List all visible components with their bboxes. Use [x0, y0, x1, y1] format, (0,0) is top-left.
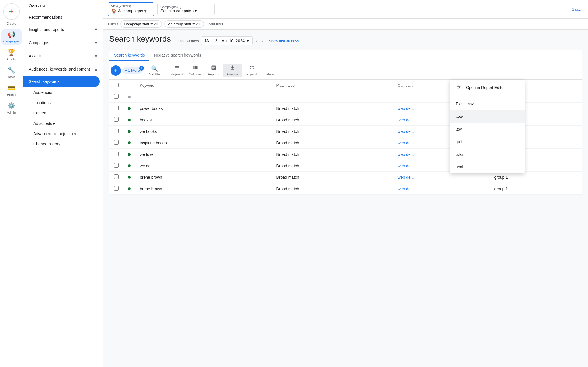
sidebar-label-change-history: Change history	[33, 142, 60, 146]
download-menu-xml[interactable]: .xml	[450, 161, 525, 173]
next-date-button[interactable]: ›	[260, 37, 264, 45]
tab-search-keywords[interactable]: Search keywords	[109, 50, 149, 61]
sidebar-item-recommendations[interactable]: Recommendations	[23, 11, 103, 23]
row-checkbox	[109, 149, 123, 160]
row-status	[123, 103, 135, 114]
view-filter-dropdown[interactable]: View (2 filters) 🏠 All campaigns ▾	[108, 2, 154, 16]
row-select-checkbox[interactable]	[114, 152, 119, 156]
sidebar-item-ad-schedule[interactable]: Ad schedule	[23, 118, 103, 129]
download-menu-excel-csv[interactable]: Excel .csv	[450, 98, 525, 110]
ad-group-status-label: Ad group status: All	[168, 22, 200, 26]
toolbar-more[interactable]: ⋮ More	[262, 64, 279, 77]
billing-icon: 💳	[7, 84, 15, 92]
campaign-link[interactable]: web de...	[398, 187, 414, 191]
status-dot	[128, 107, 131, 110]
date-picker[interactable]: Mar 12 – Apr 10, 2024 ▾	[201, 36, 253, 45]
row-select-checkbox[interactable]	[114, 163, 119, 168]
keyword-header: Keyword	[135, 80, 272, 91]
prev-date-button[interactable]: ‹	[255, 37, 259, 45]
segment-label: Segment	[171, 73, 183, 76]
download-menu-tsv[interactable]: .tsv	[450, 123, 525, 135]
campaign-link[interactable]: web de...	[398, 141, 414, 145]
campaign-status-chip[interactable]: Campaign status: All	[120, 20, 162, 28]
download-menu-xlsx[interactable]: .xlsx	[450, 148, 525, 161]
sidebar-item-locations[interactable]: Locations	[23, 98, 103, 108]
campaign-filter-dropdown[interactable]: Campaigns (1) Select a campaign ▾	[157, 3, 215, 15]
sidebar-label-recommendations: Recommendations	[29, 15, 62, 20]
sidebar-label-campaigns: Campaigns	[29, 40, 49, 45]
chevron-up-icon: ▴	[95, 66, 97, 72]
campaign-link[interactable]: web de...	[398, 106, 414, 111]
nav-item-admin[interactable]: ⚙️ Admin	[1, 100, 22, 116]
campaign-link[interactable]: web de...	[398, 164, 414, 168]
reports-icon	[211, 65, 216, 72]
toolbar-segment[interactable]: Segment	[168, 64, 185, 77]
add-button[interactable]: +	[111, 65, 121, 76]
download-menu-csv[interactable]: .csv	[450, 110, 525, 123]
row-keyword: brene brown	[135, 172, 272, 183]
sidebar-item-content[interactable]: Content	[23, 108, 103, 118]
top-bar: View (2 filters) 🏠 All campaigns ▾ Campa…	[103, 0, 588, 19]
row-select-checkbox[interactable]	[114, 117, 119, 122]
sidebar-item-assets[interactable]: Assets ▾	[23, 49, 103, 63]
show-last-button[interactable]: Show last 30 days	[269, 39, 299, 43]
create-button[interactable]: + Create	[3, 3, 20, 25]
table-row: brene brown Broad match web de... group …	[109, 183, 582, 195]
csv-label: .csv	[456, 114, 463, 119]
filter-bar: Filters Campaign status: All Ad group st…	[103, 19, 588, 30]
row-match-type	[272, 91, 393, 103]
row-select-checkbox[interactable]	[114, 140, 119, 145]
campaign-link[interactable]: web de...	[398, 129, 414, 134]
campaign-link[interactable]: web de...	[398, 118, 414, 122]
nav-item-goals[interactable]: 🏆 Goals	[1, 46, 22, 63]
toolbar-reports[interactable]: Reports	[205, 64, 222, 77]
add-filter-button[interactable]: Add filter	[206, 21, 225, 27]
row-select-checkbox[interactable]	[114, 106, 119, 110]
toolbar-download[interactable]: Download	[223, 64, 242, 77]
more-chip-label: + 1 More	[125, 68, 140, 73]
toolbar-columns[interactable]: Columns	[187, 64, 204, 77]
sidebar-item-overview[interactable]: Overview	[23, 0, 103, 11]
nav-item-tools[interactable]: 🔧 Tools	[1, 64, 22, 81]
campaign-link[interactable]: web de...	[398, 175, 414, 180]
row-checkbox	[109, 183, 123, 195]
page-header: Search keywords Last 30 days Mar 12 – Ap…	[109, 34, 582, 45]
more-badge: 1	[139, 66, 144, 71]
sidebar-item-advanced-bid[interactable]: Advanced bid adjustments	[23, 129, 103, 139]
nav-item-billing[interactable]: 💳 Billing	[1, 82, 22, 99]
row-keyword: book s	[135, 114, 272, 126]
date-navigation: ‹ ›	[255, 37, 264, 45]
save-button[interactable]: Sav...	[570, 6, 583, 13]
sidebar: Overview Recommendations Insights and re…	[23, 0, 103, 367]
tab-negative-search[interactable]: Negative search keywords	[149, 50, 206, 61]
row-match-type: Broad match	[272, 160, 393, 172]
row-select-checkbox[interactable]	[114, 174, 119, 179]
sidebar-item-search-keywords[interactable]: Search keywords	[23, 76, 100, 87]
sidebar-item-campaigns[interactable]: Campaigns ▾	[23, 36, 103, 49]
row-match-type: Broad match	[272, 103, 393, 114]
sidebar-item-audiences[interactable]: Audiences, keywords, and content ▴	[23, 63, 103, 76]
more-chip[interactable]: + 1 More 1	[122, 67, 143, 74]
nav-item-campaigns[interactable]: 📢 Campaigns	[1, 29, 22, 45]
row-select-checkbox[interactable]	[114, 186, 119, 191]
add-filter-label: Add filter	[148, 73, 161, 76]
sidebar-item-insights[interactable]: Insights and reports ▾	[23, 23, 103, 36]
ad-group-status-chip[interactable]: Ad group status: All	[164, 20, 204, 28]
toolbar-expand[interactable]: Expand	[243, 64, 260, 77]
sidebar-item-change-history[interactable]: Change history	[23, 139, 103, 149]
row-select-checkbox[interactable]	[114, 129, 119, 133]
row-select-checkbox[interactable]	[114, 94, 119, 99]
row-keyword: we love	[135, 149, 272, 160]
download-menu-report-editor[interactable]: Open in Report Editor	[450, 80, 525, 95]
toolbar-add-filter[interactable]: 🔍 Add filter	[146, 64, 163, 77]
expand-label: Expand	[246, 73, 257, 76]
sidebar-item-audiences-sub[interactable]: Audiences	[23, 87, 103, 98]
table-container: Search keywords Negative search keywords…	[109, 50, 582, 195]
campaign-link[interactable]: web de...	[398, 152, 414, 157]
download-menu-pdf[interactable]: .pdf	[450, 135, 525, 148]
chevron-down-icon: ▾	[95, 40, 97, 46]
select-all-checkbox[interactable]	[114, 83, 119, 87]
pdf-label: .pdf	[456, 139, 462, 144]
download-menu: Open in Report Editor Excel .csv .csv .t…	[450, 80, 525, 173]
view-filter-title: View (2 filters)	[111, 4, 147, 8]
